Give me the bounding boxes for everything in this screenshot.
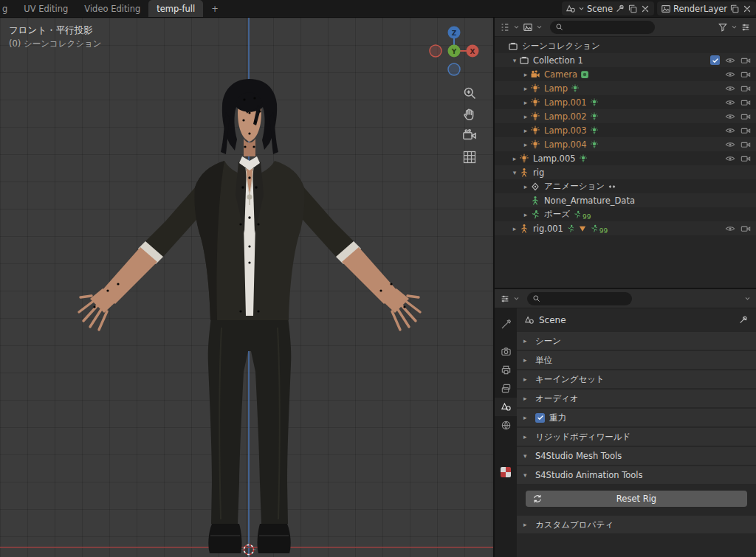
gravity-checkbox[interactable] (535, 413, 545, 423)
render-layer-name-field[interactable]: RenderLayer (673, 4, 727, 14)
properties-tab-scene[interactable] (495, 398, 517, 416)
disable-in-render-icon[interactable] (740, 125, 751, 136)
hide-in-viewport-icon[interactable] (725, 139, 735, 150)
disclosure-triangle-icon[interactable]: ▾ (510, 169, 519, 176)
panel-header[interactable]: ▸単位 (517, 351, 756, 369)
outliner-row[interactable]: ▸ポーズ99 (495, 207, 756, 221)
disclosure-triangle-icon[interactable]: ▸ (521, 211, 530, 218)
disable-in-render-icon[interactable] (740, 111, 751, 122)
panel-header[interactable]: ▾S4Studio Mesh Tools (517, 447, 756, 465)
outliner-row[interactable]: ▸アニメーション (495, 179, 756, 193)
properties-tab-world[interactable] (495, 416, 517, 435)
panel-header[interactable]: ▸重力 (517, 409, 756, 426)
3d-viewport[interactable]: フロント・平行投影 (0) シーンコレクション Z Y X (0, 18, 495, 557)
hide-in-viewport-icon[interactable] (725, 153, 735, 164)
disable-in-render-icon[interactable] (740, 153, 751, 164)
outliner-row[interactable]: ▾Collection 1 (495, 53, 756, 67)
disclosure-triangle-icon[interactable]: ▾ (510, 57, 519, 64)
scene-icon (524, 315, 535, 325)
pin-icon[interactable] (738, 315, 749, 325)
hide-in-viewport-icon[interactable] (725, 224, 735, 234)
display-mode-icon[interactable] (523, 22, 533, 32)
disclosure-triangle-icon[interactable]: ▸ (510, 155, 519, 162)
character-model[interactable] (0, 18, 495, 557)
disclosure-triangle-icon[interactable]: ▸ (521, 141, 530, 148)
properties-tab-texture[interactable] (495, 463, 517, 481)
disclosure-triangle-icon[interactable]: ▸ (521, 71, 530, 78)
outliner-row[interactable]: ▸Lamp.005 (495, 151, 756, 165)
properties-tab-tool[interactable] (495, 315, 517, 333)
workspace-tab[interactable]: Video Editing (76, 0, 148, 17)
disclosure-triangle-icon[interactable]: ▸ (510, 225, 519, 232)
disclosure-triangle-icon[interactable]: ▸ (521, 113, 530, 120)
disable-in-render-icon[interactable] (740, 69, 751, 80)
panel-header[interactable]: ▸カスタムプロパティ (517, 516, 756, 533)
workspace-tab[interactable]: g (0, 0, 16, 17)
zoom-icon[interactable] (462, 86, 477, 100)
disable-in-render-icon[interactable] (740, 97, 751, 108)
hide-in-viewport-icon[interactable] (725, 69, 735, 80)
new-layer-icon[interactable] (729, 4, 740, 14)
hide-in-viewport-icon[interactable] (725, 55, 735, 66)
scene-browse-icon[interactable] (566, 4, 576, 14)
filter-icon[interactable] (718, 22, 728, 32)
outliner-row[interactable]: ▸Lamp.002 (495, 109, 756, 123)
workspace-tabs: gUV EditingVideo Editingtemp-full+ (0, 0, 227, 17)
unlink-icon[interactable] (640, 4, 650, 14)
outliner-editor-icon[interactable] (500, 22, 510, 32)
properties-tab-view-layer[interactable] (495, 379, 517, 398)
outliner-row[interactable]: ▸Camera (495, 67, 756, 81)
disclosure-triangle-icon[interactable]: ▸ (521, 127, 530, 134)
disable-in-render-icon[interactable] (740, 139, 751, 150)
new-workspace-tab[interactable]: + (203, 0, 227, 17)
outliner-row[interactable]: ▸rig.00199 (495, 221, 756, 235)
new-scene-icon[interactable] (628, 4, 638, 14)
remove-layer-icon[interactable] (742, 4, 752, 14)
axis-x-negative[interactable] (430, 45, 441, 57)
toggle-grid-icon[interactable] (462, 150, 477, 165)
disable-in-render-icon[interactable] (740, 83, 751, 94)
count-badge: 99 (599, 227, 608, 235)
camera-view-icon[interactable] (462, 128, 477, 143)
view-layer-icon[interactable] (661, 4, 671, 14)
hide-in-viewport-icon[interactable] (725, 83, 735, 94)
disclosure-triangle-icon[interactable]: ▸ (521, 183, 530, 190)
outliner-row[interactable]: None_Armature_Data (495, 193, 756, 207)
hide-in-viewport-icon[interactable] (725, 97, 735, 108)
workspace-tab[interactable]: UV Editing (16, 0, 76, 17)
pan-hand-icon[interactable] (462, 107, 477, 122)
options-icon[interactable] (740, 22, 751, 32)
outliner-row[interactable]: ▸Lamp.004 (495, 137, 756, 151)
outliner-row[interactable]: シーンコレクション (495, 39, 756, 53)
disable-in-render-icon[interactable] (740, 55, 751, 66)
panel-header[interactable]: ▾S4Studio Animation Tools (517, 466, 756, 484)
properties-tab-render[interactable] (495, 342, 517, 361)
panel-header[interactable]: ▸リジッドボディワールド (517, 428, 756, 446)
properties-tab-output[interactable] (495, 361, 517, 379)
pin-icon[interactable] (615, 4, 625, 14)
scene-selector[interactable]: Scene (562, 1, 654, 15)
disclosure-triangle-icon[interactable]: ▸ (521, 99, 530, 106)
chevron-down-icon (731, 24, 738, 30)
panel-header[interactable]: ▸オーディオ (517, 390, 756, 407)
panel-header[interactable]: ▸キーイングセット (517, 370, 756, 388)
outliner-row[interactable]: ▾rig (495, 165, 756, 179)
disable-in-render-icon[interactable] (740, 224, 751, 234)
disclosure-triangle-icon[interactable]: ▸ (521, 85, 530, 92)
workspace-tab[interactable]: temp-full (148, 0, 203, 17)
outliner-row[interactable]: ▸Lamp (495, 81, 756, 95)
reset-rig-button[interactable]: Reset Rig (526, 491, 747, 507)
axis-z-negative[interactable] (448, 63, 460, 75)
properties-search[interactable] (527, 292, 632, 305)
navigation-gizmo[interactable]: Z Y X (427, 24, 481, 78)
outliner-row[interactable]: ▸Lamp.001 (495, 95, 756, 109)
scene-name-field[interactable]: Scene (587, 4, 613, 14)
panel-header[interactable]: ▸シーン (517, 332, 756, 350)
hide-in-viewport-icon[interactable] (725, 111, 735, 122)
render-layer-selector[interactable]: RenderLayer (657, 1, 756, 15)
outliner-search[interactable] (550, 21, 655, 34)
hide-in-viewport-icon[interactable] (725, 125, 735, 136)
outliner-row[interactable]: ▸Lamp.003 (495, 123, 756, 137)
properties-editor-icon[interactable] (500, 294, 510, 304)
collection-checkbox[interactable] (710, 55, 720, 65)
